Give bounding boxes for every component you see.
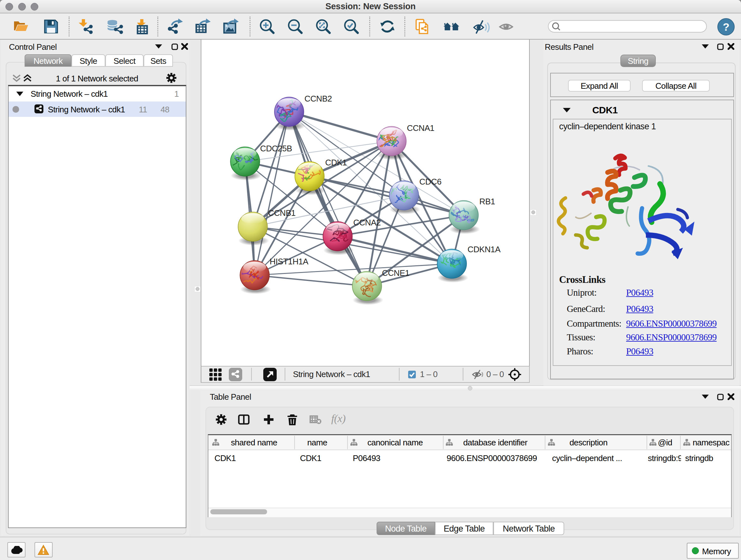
svg-text:CCNA2: CCNA2 (353, 218, 381, 227)
svg-text:RB1: RB1 (479, 197, 495, 206)
svg-text:CDK1: CDK1 (325, 158, 347, 167)
svg-text:CCNA1: CCNA1 (407, 123, 434, 133)
svg-text:CCNE1: CCNE1 (382, 268, 409, 278)
svg-text:HIST1H1A: HIST1H1A (270, 257, 309, 266)
svg-text:CCNB1: CCNB1 (268, 208, 295, 218)
svg-text:CDKN1A: CDKN1A (468, 245, 501, 254)
svg-text:CCNB2: CCNB2 (305, 94, 332, 104)
svg-text:CDC25B: CDC25B (260, 144, 292, 153)
svg-text:CDC6: CDC6 (419, 177, 441, 186)
